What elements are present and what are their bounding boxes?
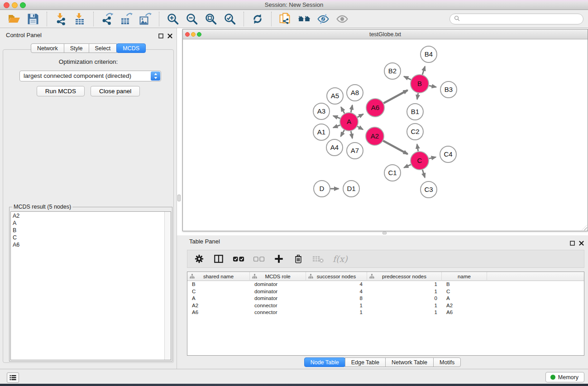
graph-edge-A-A2[interactable] <box>357 126 363 129</box>
graph-edge-A2-C[interactable] <box>383 141 407 154</box>
search-box[interactable] <box>449 14 583 24</box>
result-item[interactable]: A2 <box>11 212 164 219</box>
graph-node-C1[interactable]: C1 <box>384 165 401 181</box>
export-table-icon[interactable] <box>119 12 134 26</box>
column-header-successor-nodes[interactable]: successor nodes <box>306 272 367 281</box>
tab-network-table[interactable]: Network Table <box>385 357 434 367</box>
refresh-network-icon[interactable] <box>250 12 265 26</box>
graph-node-A6[interactable]: A6 <box>366 99 384 117</box>
zoom-in-icon[interactable] <box>166 12 180 26</box>
table-row[interactable]: Cdominator41C <box>187 288 584 295</box>
column-header-name[interactable]: name <box>442 272 487 281</box>
graph-edge-A-A3[interactable] <box>333 116 340 119</box>
result-item[interactable]: A6 <box>11 241 164 248</box>
hide-selected-icon[interactable] <box>316 12 330 26</box>
result-item[interactable]: B <box>11 227 164 234</box>
delete-column-icon[interactable] <box>293 253 304 265</box>
graph-edge-A6-B[interactable] <box>384 90 408 103</box>
graph-node-A3[interactable]: A3 <box>313 103 330 119</box>
run-mcds-button[interactable]: Run MCDS <box>37 86 85 96</box>
graph-node-A2[interactable]: A2 <box>366 127 384 145</box>
result-item[interactable]: C <box>11 234 164 241</box>
horizontal-splitter-handle[interactable] <box>382 232 387 234</box>
select-all-icon[interactable] <box>233 253 244 265</box>
column-header-shared-name[interactable]: shared name <box>187 272 250 281</box>
graph-edge-C-C1[interactable] <box>404 165 411 168</box>
search-input[interactable] <box>463 16 579 22</box>
graph-node-A8[interactable]: A8 <box>347 85 363 101</box>
graph-node-D1[interactable]: D1 <box>343 181 359 197</box>
graph-edge-A-A7[interactable] <box>351 131 352 138</box>
tab-style[interactable]: Style <box>64 43 89 53</box>
column-header-MCDS-role[interactable]: MCDS role <box>250 272 306 281</box>
home-view-icon[interactable] <box>297 12 311 26</box>
graph-node-A5[interactable]: A5 <box>327 88 343 104</box>
show-all-icon[interactable] <box>335 12 349 26</box>
graph-edge-B-B3[interactable] <box>429 86 436 87</box>
graph-node-C[interactable]: C <box>411 152 429 170</box>
graph-edge-A-A5[interactable] <box>341 107 344 114</box>
close-panel-button[interactable]: Close panel <box>91 86 140 96</box>
tab-network[interactable]: Network <box>31 43 64 53</box>
table-row[interactable]: A6connector11A6 <box>187 309 584 316</box>
graph-node-D[interactable]: D <box>314 181 330 197</box>
tab-edge-table[interactable]: Edge Table <box>345 357 386 367</box>
graph-node-B4[interactable]: B4 <box>421 46 437 62</box>
zoom-fit-icon[interactable] <box>204 12 218 26</box>
graph-edge-C-C4[interactable] <box>429 157 436 158</box>
graph-node-C4[interactable]: C4 <box>440 146 456 162</box>
open-session-icon[interactable] <box>7 12 21 26</box>
control-panel-title: Control Panel <box>6 32 42 38</box>
graph-node-B2[interactable]: B2 <box>384 63 401 79</box>
zoom-selected-icon[interactable] <box>223 12 237 26</box>
table-settings-icon[interactable] <box>194 253 205 265</box>
graph-node-B3[interactable]: B3 <box>440 81 457 98</box>
tab-select[interactable]: Select <box>89 43 117 53</box>
graph-node-B1[interactable]: B1 <box>407 104 423 120</box>
network-graph-canvas[interactable]: B4B2BB3A8A5A6A3B1AC2A1A2A4A7C4CC1DD1C3 <box>183 39 588 231</box>
export-network-icon[interactable] <box>100 12 115 26</box>
graph-edge-A-A4[interactable] <box>341 130 344 136</box>
float-panel-icon[interactable] <box>158 32 163 40</box>
result-item[interactable]: A <box>11 219 164 227</box>
export-image-icon[interactable] <box>138 12 153 26</box>
graph-edge-B-B1[interactable] <box>417 93 418 100</box>
criterion-dropdown[interactable]: largest connected component (directed) <box>19 71 161 81</box>
tab-motifs[interactable]: Motifs <box>433 357 461 367</box>
graph-node-B[interactable]: B <box>411 75 429 93</box>
graph-node-A7[interactable]: A7 <box>347 143 363 159</box>
graph-node-C3[interactable]: C3 <box>421 181 437 198</box>
column-header-predecessor-nodes[interactable]: predecessor nodes <box>367 272 442 281</box>
table-row[interactable]: Adominator80A <box>187 295 584 302</box>
graph-edge-A-A6[interactable] <box>358 114 363 117</box>
panel-mode-icon[interactable] <box>213 253 224 265</box>
graph-edge-B-B4[interactable] <box>422 67 425 75</box>
graph-node-A1[interactable]: A1 <box>313 124 330 140</box>
import-network-icon[interactable] <box>53 12 68 26</box>
graph-node-C2[interactable]: C2 <box>407 124 423 140</box>
vertical-splitter-handle[interactable] <box>177 195 181 201</box>
close-panel-icon[interactable] <box>167 32 172 40</box>
add-column-icon[interactable] <box>273 253 284 265</box>
deselect-all-icon[interactable] <box>253 253 265 265</box>
zoom-out-icon[interactable] <box>185 12 199 26</box>
graph-node-A4[interactable]: A4 <box>326 139 343 156</box>
result-scrollbar[interactable] <box>164 212 171 360</box>
clone-network-icon[interactable] <box>278 12 292 26</box>
table-row[interactable]: Bdominator41B <box>187 281 584 288</box>
memory-button[interactable]: Memory <box>545 372 584 382</box>
close-table-panel-icon[interactable] <box>579 239 584 248</box>
graph-edge-A-A1[interactable] <box>333 125 340 128</box>
graph-edge-C-C3[interactable] <box>422 170 425 177</box>
import-table-icon[interactable] <box>72 12 87 26</box>
tab-mcds[interactable]: MCDS <box>116 43 146 53</box>
float-table-panel-icon[interactable] <box>570 239 575 248</box>
save-session-icon[interactable] <box>26 12 40 26</box>
task-history-button[interactable] <box>7 372 19 383</box>
tab-node-table[interactable]: Node Table <box>304 357 345 367</box>
graph-edge-A-A8[interactable] <box>351 105 352 112</box>
graph-edge-C-C2[interactable] <box>417 144 418 152</box>
graph-edge-B-B2[interactable] <box>404 76 411 80</box>
table-row[interactable]: A2connector11A2 <box>187 302 584 310</box>
graph-node-A[interactable]: A <box>340 113 358 131</box>
